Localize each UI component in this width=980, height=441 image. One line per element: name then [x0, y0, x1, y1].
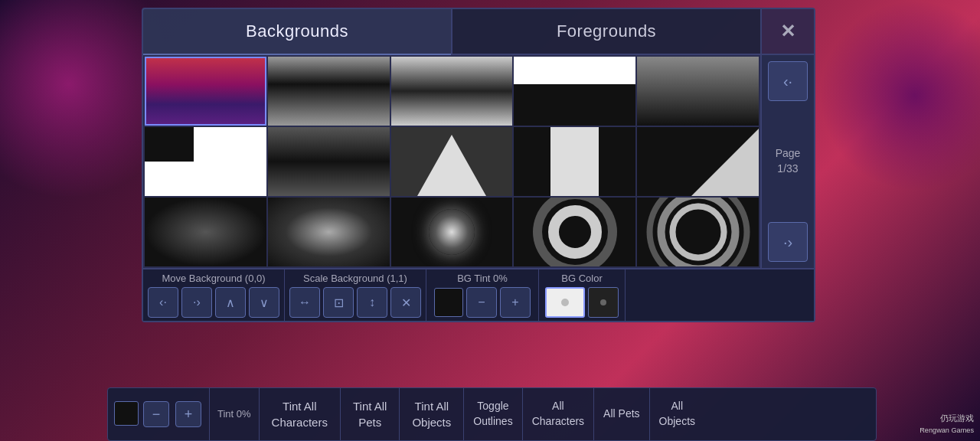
bottom-tint-section: − + — [108, 388, 210, 440]
controls-row: Move Background (0,0) ‹· ·› ∧ ∨ Scale Ba… — [143, 268, 814, 321]
bg-cell-1-2[interactable] — [268, 57, 390, 126]
shrink-horiz-icon: ⊡ — [334, 296, 344, 310]
bg-color-swatches — [545, 287, 619, 318]
content-area: ‹· Page 1/33 ·› — [143, 55, 814, 268]
bg-cell-3-2[interactable] — [268, 198, 390, 266]
move-bg-left-button[interactable]: ‹· — [148, 287, 178, 318]
tint-all-objects-button[interactable]: Tint AllObjects — [400, 388, 464, 440]
plus-icon: + — [511, 296, 518, 309]
all-objects-label: AllObjects — [659, 399, 695, 429]
bg-cell-1-4[interactable] — [514, 57, 635, 126]
bottom-toolbar: − + Tint 0% Tint AllCharacters Tint AllP… — [107, 387, 877, 441]
tint-all-objects-label: Tint AllObjects — [412, 398, 451, 430]
bg-tint-group: BG Tint 0% − + — [426, 270, 539, 321]
bg-color-white-swatch[interactable] — [545, 287, 585, 318]
tint-all-chars-label: Tint AllCharacters — [272, 398, 328, 430]
all-characters-button[interactable]: AllCharacters — [523, 388, 594, 440]
toggle-outlines-button[interactable]: ToggleOutlines — [464, 388, 522, 440]
bg-cell-2-1[interactable] — [145, 127, 266, 196]
prev-page-button[interactable]: ‹· — [768, 61, 808, 101]
bottom-plus-icon: + — [185, 407, 193, 423]
scale-bg-label: Scale Background (1,1) — [303, 273, 407, 284]
scale-shrink-horiz-button[interactable]: ⊡ — [323, 287, 354, 318]
chevron-right-icon: ·› — [783, 234, 792, 251]
arrow-left-icon: ‹· — [159, 296, 167, 309]
tint-all-pets-label: Tint AllPets — [353, 398, 387, 430]
move-bg-up-button[interactable]: ∧ — [215, 287, 246, 318]
bg-tint-controls: − + — [434, 287, 531, 318]
all-pets-label: All Pets — [603, 407, 639, 422]
bottom-tint-label-section: Tint 0% — [210, 388, 260, 440]
next-page-button[interactable]: ·› — [768, 222, 808, 262]
logo-area: 仍玩游戏Rengwan Games — [920, 413, 974, 435]
scale-x-button[interactable]: ✕ — [390, 287, 421, 318]
nav-sidebar: ‹· Page 1/33 ·› — [760, 55, 814, 268]
bottom-tint-label: Tint 0% — [217, 408, 251, 421]
arrow-right-icon: ·› — [193, 296, 201, 309]
scale-x-icon: ✕ — [401, 296, 411, 310]
chevron-left-icon: ‹· — [783, 73, 792, 90]
tab-backgrounds-label: Backgrounds — [246, 21, 348, 41]
concentric-ring-single — [548, 205, 602, 259]
logo-text: 仍玩游戏Rengwan Games — [920, 413, 974, 434]
bg-cell-3-3[interactable] — [391, 198, 513, 266]
move-bg-right-button[interactable]: ·› — [181, 287, 212, 318]
concentric-rings-multi — [669, 204, 727, 261]
bottom-tint-minus-button[interactable]: − — [143, 401, 169, 427]
bg-cell-2-2[interactable] — [268, 127, 390, 196]
move-bg-label: Move Background (0,0) — [162, 273, 265, 284]
close-icon: ✕ — [780, 21, 795, 42]
move-bg-buttons: ‹· ·› ∧ ∨ — [148, 287, 279, 318]
bottom-tint-plus-button[interactable]: + — [175, 401, 201, 427]
bg-tint-swatch[interactable] — [434, 288, 463, 317]
bg-grid — [143, 55, 760, 268]
all-pets-button[interactable]: All Pets — [594, 388, 649, 440]
arrow-down-icon: ∨ — [260, 296, 269, 310]
dark-swatch-dot — [600, 299, 606, 305]
tint-all-characters-button[interactable]: Tint AllCharacters — [260, 388, 341, 440]
bg-cell-3-5[interactable] — [637, 198, 759, 266]
bg-cell-3-4[interactable] — [514, 198, 635, 266]
minus-icon: − — [478, 296, 485, 309]
move-bg-down-button[interactable]: ∨ — [249, 287, 279, 318]
expand-vert-icon: ↕ — [369, 296, 375, 309]
bg-tint-label: BG Tint 0% — [457, 273, 508, 284]
bg-cell-1-1[interactable] — [145, 57, 266, 126]
all-characters-label: AllCharacters — [532, 399, 584, 429]
bg-color-group: BG Color — [539, 270, 626, 321]
close-button[interactable]: ✕ — [760, 9, 814, 55]
scale-expand-vert-button[interactable]: ↕ — [357, 287, 387, 318]
bg-tint-plus-button[interactable]: + — [500, 287, 531, 318]
scale-bg-group: Scale Background (1,1) ↔ ⊡ ↕ ✕ — [285, 270, 426, 321]
tint-all-pets-button[interactable]: Tint AllPets — [341, 388, 400, 440]
bg-color-dark-swatch[interactable] — [588, 287, 619, 318]
bg-tint-minus-button[interactable]: − — [466, 287, 497, 318]
bg-cell-3-1[interactable] — [145, 198, 266, 266]
bg-cell-1-5[interactable] — [637, 57, 759, 126]
scale-bg-buttons: ↔ ⊡ ↕ ✕ — [289, 287, 421, 318]
tab-row: Backgrounds Foregrounds ✕ — [143, 9, 814, 55]
all-objects-button[interactable]: AllObjects — [650, 388, 704, 440]
bg-cell-2-3[interactable] — [391, 127, 513, 196]
page-label: Page — [776, 147, 801, 159]
scale-expand-horiz-button[interactable]: ↔ — [289, 287, 320, 318]
bg-cell-1-3[interactable] — [391, 57, 513, 126]
arrow-up-icon: ∧ — [226, 296, 235, 310]
tab-backgrounds[interactable]: Backgrounds — [143, 9, 451, 55]
bg-cell-2-4[interactable] — [514, 127, 635, 196]
page-value: 1/33 — [777, 162, 798, 175]
page-info: Page 1/33 — [776, 146, 801, 176]
tab-foregrounds-label: Foregrounds — [557, 21, 656, 41]
white-swatch-dot — [561, 299, 569, 306]
move-bg-group: Move Background (0,0) ‹· ·› ∧ ∨ — [143, 270, 285, 321]
tab-foregrounds[interactable]: Foregrounds — [452, 9, 760, 55]
bg-cell-2-5[interactable] — [637, 127, 759, 196]
toggle-outlines-label: ToggleOutlines — [473, 399, 512, 429]
main-panel: Backgrounds Foregrounds ✕ — [142, 8, 815, 322]
bg-color-label: BG Color — [561, 273, 602, 284]
bottom-tint-swatch[interactable] — [114, 401, 139, 426]
expand-horiz-icon: ↔ — [299, 296, 311, 309]
bottom-minus-icon: − — [152, 407, 161, 423]
